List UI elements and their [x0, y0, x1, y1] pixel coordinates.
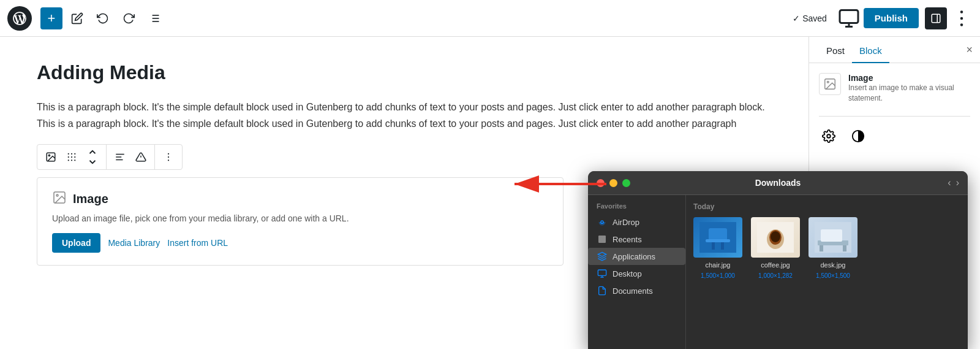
redo-button[interactable]: [118, 7, 140, 29]
grid-icon: [66, 151, 77, 163]
svg-rect-46: [709, 228, 727, 240]
file-coffee[interactable]: coffee.jpg 1,000×1,282: [751, 217, 800, 279]
file-name-desk: desk.jpg: [821, 261, 846, 269]
svg-point-30: [168, 153, 169, 155]
tab-post[interactable]: Post: [819, 37, 852, 63]
block-info-icon: [819, 73, 841, 95]
wp-logo: [7, 6, 32, 31]
block-image-icon: [823, 77, 837, 91]
file-chair[interactable]: chair.jpg 1,500×1,000: [693, 217, 742, 279]
svg-point-36: [827, 81, 829, 83]
image-toolbar-icon: [45, 151, 56, 163]
finder-item-desktop[interactable]: Desktop: [588, 265, 685, 282]
svg-point-15: [48, 155, 50, 156]
applications-label: Applications: [612, 252, 655, 261]
dots-icon: [163, 151, 174, 163]
svg-point-11: [960, 10, 963, 13]
file-size-chair: 1,500×1,000: [701, 272, 735, 279]
applications-icon: [597, 251, 608, 262]
file-size-coffee: 1,000×1,282: [758, 272, 793, 279]
grid-btn[interactable]: [62, 147, 81, 167]
upload-button[interactable]: Upload: [52, 233, 100, 253]
image-block-header: Image: [52, 190, 548, 207]
settings-gear-button[interactable]: [819, 126, 839, 146]
finder-item-applications[interactable]: Applications: [588, 248, 685, 265]
undo-icon: [97, 12, 109, 25]
svg-point-53: [771, 231, 780, 242]
image-block-icon: [52, 190, 67, 207]
warning-btn[interactable]: [131, 147, 151, 167]
post-body[interactable]: This is a paragraph block. It's the simp…: [37, 99, 772, 132]
tab-block[interactable]: Block: [852, 37, 889, 63]
move-down-btn[interactable]: [83, 157, 102, 167]
sidebar-close-button[interactable]: ×: [966, 44, 973, 56]
svg-rect-56: [820, 245, 823, 251]
list-icon: [148, 12, 160, 25]
coffee-thumbnail: [757, 222, 794, 253]
file-name-chair: chair.jpg: [706, 261, 731, 269]
svg-rect-6: [840, 10, 858, 23]
post-title[interactable]: Adding Media: [37, 61, 772, 84]
finder-back-btn[interactable]: ‹: [948, 177, 951, 188]
gear-icon: [822, 129, 835, 143]
redo-icon: [123, 12, 135, 25]
documents-icon: [597, 285, 608, 296]
svg-point-16: [68, 153, 69, 155]
finder-forward-btn[interactable]: ›: [956, 177, 959, 188]
finder-item-airdrop[interactable]: AirDrop: [588, 213, 685, 231]
svg-point-34: [56, 194, 58, 196]
saved-status: ✓ Saved: [793, 13, 827, 23]
finder-title: Downloads: [755, 178, 801, 188]
align-left-btn[interactable]: [110, 147, 130, 167]
sidebar-toggle-button[interactable]: [925, 7, 947, 29]
svg-point-32: [168, 160, 169, 161]
move-up-btn[interactable]: [83, 147, 102, 157]
svg-point-20: [71, 156, 72, 158]
block-info: Image Insert an image to make a visual s…: [819, 73, 970, 104]
block-toolbar: [37, 144, 183, 170]
window-maximize-btn[interactable]: [622, 179, 630, 187]
add-block-button[interactable]: +: [40, 7, 62, 29]
window-minimize-btn[interactable]: [609, 179, 617, 187]
top-toolbar: + ✓ Saved: [0, 0, 980, 37]
recents-icon: ?: [597, 234, 608, 245]
window-close-btn[interactable]: [597, 179, 605, 187]
finder-item-documents[interactable]: Documents: [588, 282, 685, 299]
finder-item-recents[interactable]: ? Recents: [588, 231, 685, 248]
media-library-button[interactable]: Media Library: [108, 238, 160, 248]
file-thumb-coffee: [751, 217, 800, 258]
svg-point-19: [68, 156, 69, 158]
finder-window: Downloads ‹ › Favorites AirDrop: [588, 171, 968, 349]
undo-button[interactable]: [92, 7, 114, 29]
desk-thumbnail: [815, 222, 851, 253]
layout-icon: [930, 13, 941, 24]
image-icon-btn[interactable]: [41, 147, 61, 167]
svg-point-21: [74, 156, 75, 158]
more-options-button[interactable]: [951, 7, 973, 29]
svg-rect-58: [821, 229, 842, 242]
block-name: Image: [848, 73, 970, 83]
file-desk[interactable]: desk.jpg 1,500×1,500: [809, 217, 858, 279]
block-more-btn[interactable]: [159, 147, 178, 167]
publish-button[interactable]: Publish: [864, 8, 919, 28]
desktop-svg-icon: [597, 269, 607, 278]
desktop-icon: [597, 268, 608, 279]
file-size-desk: 1,500×1,500: [816, 272, 850, 279]
finder-date-label: Today: [693, 202, 960, 211]
block-info-text: Image Insert an image to make a visual s…: [848, 73, 970, 104]
svg-point-39: [601, 221, 603, 223]
insert-url-button[interactable]: Insert from URL: [167, 238, 228, 248]
preview-button[interactable]: [838, 7, 860, 29]
toolbar-group-media: [37, 145, 107, 169]
list-view-button[interactable]: [143, 7, 165, 29]
edit-tool-button[interactable]: [66, 7, 88, 29]
saved-text: Saved: [802, 13, 827, 23]
half-circle-button[interactable]: [848, 126, 868, 146]
sidebar-settings-row: [819, 116, 970, 146]
finder-body: Favorites AirDrop ?: [588, 195, 968, 349]
airdrop-svg-icon: [597, 217, 607, 227]
image-block-desc: Upload an image file, pick one from your…: [52, 213, 548, 223]
svg-point-24: [74, 160, 75, 161]
chair-thumbnail: [699, 222, 736, 253]
check-icon: ✓: [793, 13, 800, 23]
